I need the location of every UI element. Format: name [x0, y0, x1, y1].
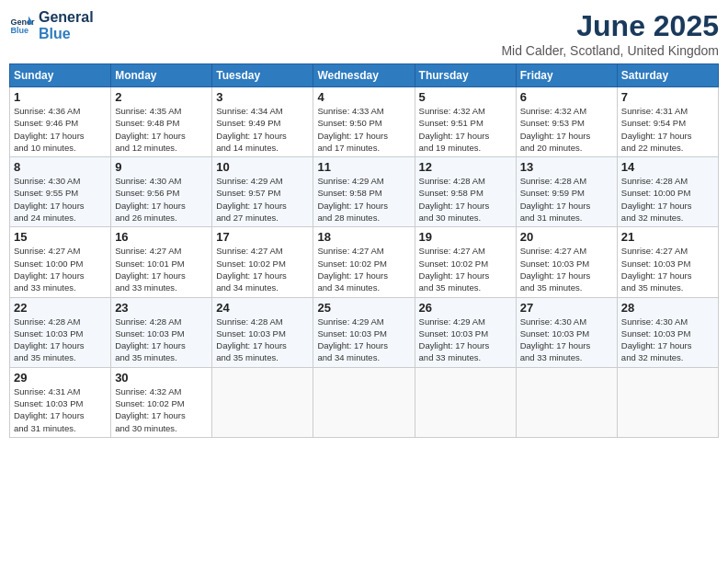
calendar-cell: 16Sunrise: 4:27 AM Sunset: 10:01 PM Dayl…: [111, 227, 212, 297]
calendar-cell: [212, 367, 313, 437]
calendar-cell: 15Sunrise: 4:27 AM Sunset: 10:00 PM Dayl…: [10, 227, 111, 297]
day-info: Sunrise: 4:27 AM Sunset: 10:01 PM Daylig…: [115, 245, 208, 293]
calendar-cell: [516, 367, 617, 437]
day-number: 2: [115, 90, 208, 104]
calendar-cell: 7Sunrise: 4:31 AM Sunset: 9:54 PM Daylig…: [617, 87, 718, 157]
calendar-cell: 23Sunrise: 4:28 AM Sunset: 10:03 PM Dayl…: [111, 297, 212, 367]
day-number: 7: [621, 90, 714, 104]
day-info: Sunrise: 4:31 AM Sunset: 9:54 PM Dayligh…: [621, 105, 714, 154]
weekday-header: Tuesday: [212, 64, 313, 87]
day-info: Sunrise: 4:27 AM Sunset: 10:03 PM Daylig…: [520, 245, 613, 293]
day-info: Sunrise: 4:27 AM Sunset: 10:03 PM Daylig…: [621, 245, 714, 293]
day-info: Sunrise: 4:29 AM Sunset: 10:03 PM Daylig…: [317, 316, 410, 364]
calendar-cell: 27Sunrise: 4:30 AM Sunset: 10:03 PM Dayl…: [516, 297, 617, 367]
calendar-cell: 17Sunrise: 4:27 AM Sunset: 10:02 PM Dayl…: [212, 227, 313, 297]
calendar-week-row: 22Sunrise: 4:28 AM Sunset: 10:03 PM Dayl…: [10, 297, 719, 367]
day-info: Sunrise: 4:28 AM Sunset: 9:59 PM Dayligh…: [520, 175, 613, 224]
weekday-header: Friday: [516, 64, 617, 87]
day-number: 11: [317, 160, 410, 174]
calendar-cell: [313, 367, 415, 437]
calendar-cell: 21Sunrise: 4:27 AM Sunset: 10:03 PM Dayl…: [617, 227, 718, 297]
calendar-week-row: 8Sunrise: 4:30 AM Sunset: 9:55 PM Daylig…: [10, 157, 719, 227]
day-info: Sunrise: 4:33 AM Sunset: 9:50 PM Dayligh…: [317, 105, 410, 154]
calendar-cell: 19Sunrise: 4:27 AM Sunset: 10:02 PM Dayl…: [415, 227, 516, 297]
day-number: 29: [14, 371, 107, 385]
day-number: 24: [216, 301, 309, 315]
day-info: Sunrise: 4:28 AM Sunset: 10:03 PM Daylig…: [14, 316, 107, 364]
weekday-header: Monday: [111, 64, 212, 87]
day-number: 30: [115, 371, 208, 385]
day-number: 21: [621, 230, 714, 244]
calendar-cell: 10Sunrise: 4:29 AM Sunset: 9:57 PM Dayli…: [212, 157, 313, 227]
calendar-cell: 5Sunrise: 4:32 AM Sunset: 9:51 PM Daylig…: [415, 87, 516, 157]
logo: General Blue General Blue: [9, 9, 94, 41]
day-info: Sunrise: 4:29 AM Sunset: 9:57 PM Dayligh…: [216, 175, 309, 224]
day-number: 15: [14, 230, 107, 244]
calendar-cell: 29Sunrise: 4:31 AM Sunset: 10:03 PM Dayl…: [10, 367, 111, 437]
calendar-cell: [415, 367, 516, 437]
calendar-cell: 22Sunrise: 4:28 AM Sunset: 10:03 PM Dayl…: [10, 297, 111, 367]
svg-text:Blue: Blue: [10, 26, 28, 35]
calendar-cell: 3Sunrise: 4:34 AM Sunset: 9:49 PM Daylig…: [212, 87, 313, 157]
day-number: 25: [317, 301, 410, 315]
calendar-cell: 11Sunrise: 4:29 AM Sunset: 9:58 PM Dayli…: [313, 157, 415, 227]
calendar-cell: 9Sunrise: 4:30 AM Sunset: 9:56 PM Daylig…: [111, 157, 212, 227]
calendar-cell: [617, 367, 718, 437]
day-info: Sunrise: 4:29 AM Sunset: 10:03 PM Daylig…: [419, 316, 512, 364]
page-header: General Blue General Blue June 2025 Mid …: [9, 9, 719, 58]
day-number: 19: [419, 230, 512, 244]
day-info: Sunrise: 4:27 AM Sunset: 10:02 PM Daylig…: [419, 245, 512, 293]
day-number: 20: [520, 230, 613, 244]
month-title: June 2025: [501, 9, 719, 43]
day-info: Sunrise: 4:27 AM Sunset: 10:00 PM Daylig…: [14, 245, 107, 293]
day-number: 5: [419, 90, 512, 104]
location-title: Mid Calder, Scotland, United Kingdom: [501, 43, 719, 58]
day-number: 27: [520, 301, 613, 315]
calendar-cell: 6Sunrise: 4:32 AM Sunset: 9:53 PM Daylig…: [516, 87, 617, 157]
day-info: Sunrise: 4:28 AM Sunset: 10:00 PM Daylig…: [621, 175, 714, 224]
calendar-cell: 18Sunrise: 4:27 AM Sunset: 10:02 PM Dayl…: [313, 227, 415, 297]
weekday-header: Thursday: [415, 64, 516, 87]
calendar-cell: 13Sunrise: 4:28 AM Sunset: 9:59 PM Dayli…: [516, 157, 617, 227]
day-number: 6: [520, 90, 613, 104]
day-info: Sunrise: 4:27 AM Sunset: 10:02 PM Daylig…: [216, 245, 309, 293]
day-number: 8: [14, 160, 107, 174]
day-info: Sunrise: 4:30 AM Sunset: 9:56 PM Dayligh…: [115, 175, 208, 224]
day-info: Sunrise: 4:28 AM Sunset: 10:03 PM Daylig…: [216, 316, 309, 364]
day-info: Sunrise: 4:30 AM Sunset: 10:03 PM Daylig…: [520, 316, 613, 364]
day-number: 3: [216, 90, 309, 104]
day-info: Sunrise: 4:34 AM Sunset: 9:49 PM Dayligh…: [216, 105, 309, 154]
calendar-cell: 8Sunrise: 4:30 AM Sunset: 9:55 PM Daylig…: [10, 157, 111, 227]
calendar-header-row: SundayMondayTuesdayWednesdayThursdayFrid…: [10, 64, 719, 87]
title-block: June 2025 Mid Calder, Scotland, United K…: [501, 9, 719, 58]
day-number: 4: [317, 90, 410, 104]
day-info: Sunrise: 4:36 AM Sunset: 9:46 PM Dayligh…: [14, 105, 107, 154]
day-info: Sunrise: 4:32 AM Sunset: 9:53 PM Dayligh…: [520, 105, 613, 154]
day-info: Sunrise: 4:32 AM Sunset: 9:51 PM Dayligh…: [419, 105, 512, 154]
calendar-cell: 25Sunrise: 4:29 AM Sunset: 10:03 PM Dayl…: [313, 297, 415, 367]
day-number: 23: [115, 301, 208, 315]
weekday-header: Wednesday: [313, 64, 415, 87]
day-info: Sunrise: 4:27 AM Sunset: 10:02 PM Daylig…: [317, 245, 410, 293]
calendar-week-row: 1Sunrise: 4:36 AM Sunset: 9:46 PM Daylig…: [10, 87, 719, 157]
calendar-week-row: 29Sunrise: 4:31 AM Sunset: 10:03 PM Dayl…: [10, 367, 719, 437]
calendar-cell: 24Sunrise: 4:28 AM Sunset: 10:03 PM Dayl…: [212, 297, 313, 367]
day-number: 22: [14, 301, 107, 315]
day-number: 13: [520, 160, 613, 174]
day-info: Sunrise: 4:31 AM Sunset: 10:03 PM Daylig…: [14, 385, 107, 434]
calendar-table: SundayMondayTuesdayWednesdayThursdayFrid…: [9, 63, 719, 438]
logo-general: General: [39, 9, 94, 26]
day-info: Sunrise: 4:30 AM Sunset: 9:55 PM Dayligh…: [14, 175, 107, 224]
calendar-cell: 4Sunrise: 4:33 AM Sunset: 9:50 PM Daylig…: [313, 87, 415, 157]
calendar-cell: 2Sunrise: 4:35 AM Sunset: 9:48 PM Daylig…: [111, 87, 212, 157]
calendar-cell: 1Sunrise: 4:36 AM Sunset: 9:46 PM Daylig…: [10, 87, 111, 157]
day-number: 28: [621, 301, 714, 315]
day-number: 26: [419, 301, 512, 315]
day-info: Sunrise: 4:30 AM Sunset: 10:03 PM Daylig…: [621, 316, 714, 364]
calendar-cell: 28Sunrise: 4:30 AM Sunset: 10:03 PM Dayl…: [617, 297, 718, 367]
day-info: Sunrise: 4:32 AM Sunset: 10:02 PM Daylig…: [115, 385, 208, 434]
calendar-cell: 30Sunrise: 4:32 AM Sunset: 10:02 PM Dayl…: [111, 367, 212, 437]
day-number: 18: [317, 230, 410, 244]
day-number: 1: [14, 90, 107, 104]
weekday-header: Sunday: [10, 64, 111, 87]
